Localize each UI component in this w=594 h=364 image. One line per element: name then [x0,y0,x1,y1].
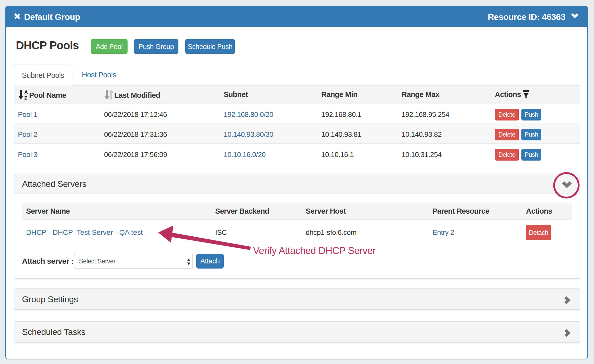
svg-text:A: A [24,89,28,95]
svg-text:Z: Z [24,95,27,100]
